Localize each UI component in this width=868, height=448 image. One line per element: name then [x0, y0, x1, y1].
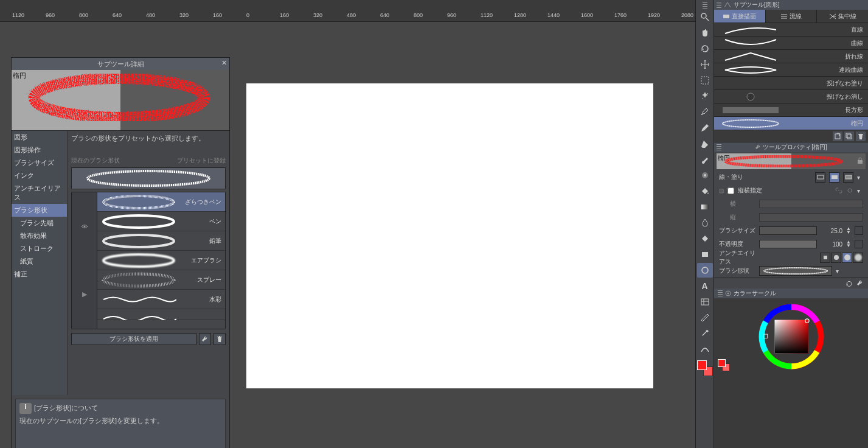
dialog-titlebar[interactable]: サブツール詳細 ✕	[12, 58, 229, 70]
wrench-icon[interactable]	[199, 333, 211, 345]
brush-shape-preview[interactable]	[759, 266, 832, 276]
subtool-panel-header[interactable]: サブツール[図形]	[714, 0, 868, 10]
hand-tool-icon[interactable]	[697, 26, 713, 40]
gradient-tool-icon[interactable]	[697, 200, 713, 214]
stepper-icon[interactable]: ▲▼	[846, 240, 851, 248]
brush-preset-item[interactable]: ざらつきペン	[97, 192, 225, 212]
close-icon[interactable]: ✕	[221, 59, 227, 67]
brush-tool-icon[interactable]	[697, 152, 713, 167]
eye-icon[interactable]	[81, 223, 88, 230]
fill-mode-fill[interactable]	[829, 172, 839, 183]
wand-tool-icon[interactable]	[697, 89, 713, 103]
subtool-tab[interactable]: 集中線	[817, 10, 868, 23]
panel-grip[interactable]	[718, 290, 723, 296]
foreground-color-swatch[interactable]	[697, 360, 707, 370]
delete-subtool-icon[interactable]	[856, 131, 866, 141]
triangle-right-icon[interactable]: ▶	[82, 290, 87, 298]
category-item[interactable]: インク	[12, 169, 67, 182]
pressure-button[interactable]	[855, 240, 863, 248]
dropdown-icon[interactable]: ▾	[857, 174, 863, 181]
wrench-icon[interactable]	[856, 279, 864, 288]
fill-mode-outline[interactable]	[815, 172, 825, 183]
category-item[interactable]: ブラシ形状	[12, 204, 67, 217]
category-item[interactable]: 散布効果	[12, 229, 67, 242]
category-item[interactable]: 図形	[12, 131, 67, 144]
aspect-checkbox[interactable]	[727, 187, 734, 194]
subtool-item[interactable]: 楕円	[714, 117, 868, 130]
text-tool-icon[interactable]: A	[697, 279, 713, 293]
color-wheel[interactable]	[749, 303, 834, 370]
register-preset-label[interactable]: プリセットに登録	[177, 156, 226, 165]
brush-preset-item[interactable]: 鉛筆	[97, 231, 225, 251]
apply-brush-shape-button[interactable]: ブラシ形状を適用	[71, 333, 196, 345]
dropdown-icon[interactable]: ▾	[836, 268, 842, 275]
panel-grip[interactable]	[717, 144, 721, 150]
brush-size-value[interactable]: 25.0	[821, 228, 842, 234]
subtool-tab[interactable]: 直接描画	[714, 10, 766, 23]
color-panel-swatch[interactable]	[718, 359, 730, 371]
opacity-value[interactable]: 100	[821, 241, 842, 248]
panel-grip[interactable]	[703, 2, 707, 9]
expand-icon[interactable]: ⊟	[719, 187, 724, 194]
opacity-slider[interactable]	[759, 240, 817, 248]
category-item[interactable]: 図形操作	[12, 144, 67, 156]
eraser-tool-icon[interactable]	[697, 136, 713, 151]
category-item[interactable]: ブラシ先端	[12, 217, 67, 229]
color-swatch[interactable]	[697, 360, 713, 376]
zoom-tool-icon[interactable]	[697, 10, 713, 24]
blend-tool-icon[interactable]	[697, 215, 713, 230]
brush-preset-item[interactable]: 水彩	[97, 290, 225, 309]
preset-visibility-track[interactable]: ▶	[71, 192, 97, 329]
category-item[interactable]: 紙質	[12, 255, 67, 268]
subtool-tab[interactable]: 流線	[766, 10, 818, 23]
category-item[interactable]: アンチエイリアス	[12, 182, 67, 204]
trash-icon[interactable]	[214, 333, 226, 345]
brush-preset-item[interactable]: エアブラシ	[97, 251, 225, 270]
tool-property-header[interactable]: ツールプロパティ[楕円]	[714, 142, 868, 152]
subtool-item[interactable]: 連続曲線	[714, 63, 868, 77]
brush-preset-item[interactable]: ペン	[97, 212, 225, 231]
brush-preset-item[interactable]: スプレー	[97, 270, 225, 290]
fill-mode-both[interactable]	[843, 172, 853, 183]
bucket-tool-icon[interactable]	[697, 184, 713, 198]
pressure-button[interactable]	[855, 226, 863, 235]
aa-option-weak[interactable]	[831, 253, 841, 263]
ellipse-tool-icon[interactable]	[697, 263, 713, 278]
airbrush-tool-icon[interactable]	[697, 168, 713, 183]
subtool-item[interactable]: 長方形	[714, 103, 868, 117]
brush-preset-item[interactable]	[97, 309, 225, 320]
aa-option-strong[interactable]	[853, 253, 863, 263]
stepper-icon[interactable]: ▲▼	[846, 227, 851, 234]
canvas-area[interactable]: サブツール詳細 ✕ 楕円 図形図形操作ブラシサイズインクアンチエイリアスブラシ形…	[0, 22, 695, 448]
category-item[interactable]: 補正	[12, 268, 67, 281]
subtool-item[interactable]: 直線	[714, 23, 868, 37]
move-tool-icon[interactable]	[697, 57, 713, 72]
subtool-item[interactable]: 投げなわ消し	[714, 90, 868, 103]
dropdown-icon[interactable]: ▾	[857, 187, 863, 194]
subtool-item[interactable]: 曲線	[714, 37, 868, 50]
rotate-tool-icon[interactable]	[697, 41, 713, 56]
duplicate-subtool-icon[interactable]	[844, 131, 854, 141]
subtool-item[interactable]: 折れ線	[714, 50, 868, 63]
category-item[interactable]: ストローク	[12, 242, 67, 255]
pencil-tool-icon[interactable]	[697, 121, 713, 135]
correction-tool-icon[interactable]	[697, 342, 713, 357]
link-icon[interactable]	[835, 187, 842, 194]
rect-tool-icon[interactable]	[697, 247, 713, 262]
aa-option-none[interactable]	[820, 253, 830, 263]
category-item[interactable]: ブラシサイズ	[12, 156, 67, 169]
aa-option-mid[interactable]	[842, 253, 852, 263]
fill-tool-icon[interactable]	[697, 231, 713, 246]
frame-tool-icon[interactable]	[697, 295, 713, 309]
gear-icon[interactable]	[846, 187, 853, 194]
subtool-item[interactable]: 投げなわ塗り	[714, 77, 868, 90]
new-subtool-icon[interactable]	[833, 131, 842, 141]
lock-icon[interactable]	[857, 157, 863, 164]
color-panel-header[interactable]: カラーサークル	[714, 289, 868, 298]
panel-grip[interactable]	[717, 2, 721, 8]
eyedropper-tool-icon[interactable]	[697, 326, 713, 341]
brush-size-slider[interactable]	[759, 226, 817, 235]
reset-icon[interactable]	[845, 279, 853, 288]
ruler-tool-icon[interactable]	[697, 310, 713, 325]
marquee-tool-icon[interactable]	[697, 73, 713, 88]
